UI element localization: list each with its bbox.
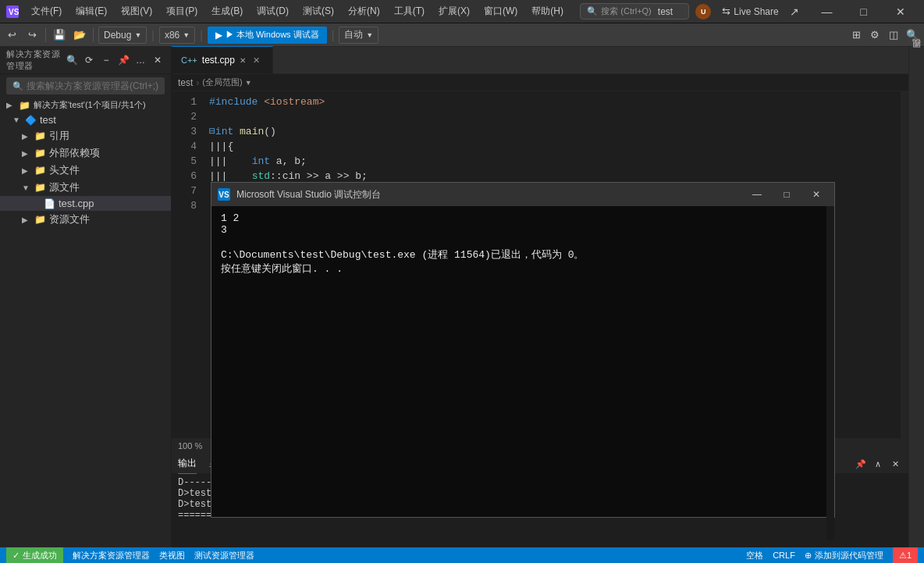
folder-icon: 📁	[34, 130, 46, 141]
project-icon: 🔷	[25, 115, 37, 126]
live-share-button[interactable]: ⇆ Live Share	[717, 4, 783, 19]
solution-explorer: 解决方案资源管理器 🔍 ⟳ − 📌 … ✕ 🔍 ▶ 📁 解决方案'test'(1…	[0, 47, 172, 547]
toolbar-icon-1[interactable]: ⊞	[848, 27, 865, 44]
toolbar-undo[interactable]: ↩	[3, 27, 20, 44]
toolbar-icon-2[interactable]: ⚙	[866, 27, 883, 44]
menu-project[interactable]: 项目(P)	[160, 3, 204, 20]
status-solution-explorer[interactable]: 解决方案资源管理器	[73, 550, 150, 561]
breadcrumb-scope-dropdown[interactable]: (全局范围) ▼	[202, 77, 251, 88]
sidebar-collapse-icon[interactable]: −	[99, 53, 113, 67]
toolbar-sep-1	[45, 28, 46, 42]
tab-bar: C++ test.cpp ✕ ✕	[172, 47, 908, 74]
toolbar-right-icons: ⊞ ⚙ ◫ 🔍	[848, 27, 921, 44]
expand-icon: ▶	[22, 132, 31, 141]
debug-maximize-button[interactable]: □	[775, 187, 798, 202]
status-add-source[interactable]: ⊕ 添加到源代码管理	[805, 550, 883, 561]
minimize-button[interactable]: —	[809, 0, 844, 23]
toolbar-icon-4[interactable]: 🔍	[904, 27, 921, 44]
editor-scrollbar[interactable]	[901, 91, 908, 438]
sidebar-search-icon[interactable]: 🔍	[65, 53, 79, 67]
code-line-1: #include <iostream>	[209, 94, 894, 109]
expand-icon: ▶	[22, 166, 31, 175]
toolbar-save[interactable]: 💾	[51, 27, 68, 44]
sidebar-item-headers[interactable]: ▶ 📁 头文件	[0, 162, 171, 179]
sidebar-close-icon[interactable]: ✕	[151, 53, 165, 67]
status-test-explorer[interactable]: 测试资源管理器	[194, 550, 254, 561]
sidebar-item-test[interactable]: ▼ 🔷 test	[0, 112, 171, 127]
window-controls: — □ ✕	[809, 0, 918, 23]
menu-edit[interactable]: 编辑(E)	[69, 3, 113, 20]
sidebar-sync-icon[interactable]: ⟳	[82, 53, 96, 67]
folder-icon: 📁	[34, 165, 46, 176]
expand-icon: ▼	[22, 184, 31, 192]
status-spaces[interactable]: 空格	[746, 550, 763, 561]
line-numbers: 1 2 3 4 5 6 7 8	[172, 91, 203, 438]
platform-dropdown[interactable]: x86 ▼	[159, 27, 195, 44]
sidebar-item-sources[interactable]: ▼ 📁 源文件	[0, 179, 171, 196]
close-button[interactable]: ✕	[883, 0, 918, 23]
error-icon: ⚠	[899, 551, 907, 561]
debug-line-5: 按任意键关闭此窗口. . .	[221, 262, 825, 276]
panel-chevron-up-icon[interactable]: ∧	[871, 457, 885, 471]
code-line-4: |||{	[209, 139, 894, 154]
debug-title-bar: VS Microsoft Visual Studio 调试控制台 — □ ✕	[211, 183, 834, 206]
status-error-count[interactable]: ⚠ 1	[893, 547, 918, 563]
sidebar-title-label: 解决方案资源管理器	[6, 48, 65, 72]
toolbar-extra-icon[interactable]: ↗	[790, 5, 799, 18]
chevron-down-icon: ▼	[134, 31, 141, 39]
toolbar-open[interactable]: 📂	[71, 27, 88, 44]
auto-dropdown[interactable]: 自动 ▼	[339, 27, 378, 44]
sidebar-more-icon[interactable]: …	[133, 53, 147, 67]
toolbar-icon-3[interactable]: ◫	[885, 27, 902, 44]
chevron-down-icon: ▼	[183, 31, 190, 39]
tab-close-button[interactable]: ✕	[251, 54, 263, 66]
sidebar-search-input[interactable]	[27, 80, 158, 91]
sidebar-item-references[interactable]: ▶ 📁 引用	[0, 127, 171, 144]
menu-test[interactable]: 测试(S)	[297, 3, 340, 20]
toolbar: ↩ ↪ 💾 📂 Debug ▼ | x86 ▼ | ▶ ▶ 本地 Windows…	[0, 23, 924, 47]
tab-modified-icon: ✕	[240, 56, 246, 65]
cpp-file-icon: 📄	[44, 198, 55, 209]
sidebar-item-external-deps[interactable]: ▶ 📁 外部依赖项	[0, 144, 171, 162]
title-search-box[interactable]: 🔍 搜索 (Ctrl+Q) test	[580, 3, 689, 20]
menu-debug[interactable]: 调试(D)	[251, 3, 295, 20]
sidebar-item-testcpp[interactable]: 📄 test.cpp	[0, 196, 171, 211]
menu-build[interactable]: 生成(B)	[205, 3, 249, 20]
status-bar: ✓ 生成成功 解决方案资源管理器 类视图 测试资源管理器 空格 CRLF ⊕ 添…	[0, 547, 924, 563]
search-icon: 🔍	[587, 6, 598, 16]
menu-tools[interactable]: 工具(T)	[388, 3, 431, 20]
sidebar-search-box[interactable]: 🔍	[6, 77, 165, 94]
panel-tab-output[interactable]: 输出	[178, 454, 197, 474]
menu-extensions[interactable]: 扩展(X)	[432, 3, 476, 20]
sidebar-item-solution[interactable]: ▶ 📁 解决方案'test'(1个项目/共1个)	[0, 98, 171, 112]
panel-close-icon[interactable]: ✕	[888, 457, 902, 471]
panel-pin-icon[interactable]: 📌	[854, 457, 868, 471]
status-class-view[interactable]: 类视图	[159, 550, 185, 561]
expand-icon: ▶	[6, 101, 16, 109]
menu-analyze[interactable]: 分析(N)	[342, 3, 386, 20]
debug-scrollbar[interactable]	[826, 206, 834, 517]
chevron-down-icon: ▼	[366, 31, 373, 39]
menu-view[interactable]: 视图(V)	[115, 3, 158, 20]
debug-config-dropdown[interactable]: Debug ▼	[98, 27, 147, 44]
debug-close-button[interactable]: ✕	[805, 187, 828, 202]
status-right: 空格 CRLF ⊕ 添加到源代码管理 ⚠ 1	[746, 547, 918, 563]
search-text: 搜索 (Ctrl+Q)	[601, 5, 651, 17]
panel-icons: 📌 ∧ ✕	[854, 457, 902, 471]
tab-testcpp[interactable]: C++ test.cpp ✕ ✕	[172, 46, 273, 73]
sidebar-item-resources[interactable]: ▶ 📁 资源文件	[0, 211, 171, 228]
sidebar-pin-icon[interactable]: 📌	[116, 53, 130, 67]
status-crlf[interactable]: CRLF	[773, 551, 795, 560]
menu-help[interactable]: 帮助(H)	[525, 3, 570, 20]
menu-window[interactable]: 窗口(W)	[478, 3, 524, 20]
menu-file[interactable]: 文件(F)	[25, 3, 68, 20]
debug-title-text: Microsoft Visual Studio 调试控制台	[236, 188, 739, 201]
sidebar-header: 解决方案资源管理器 🔍 ⟳ − 📌 … ✕	[0, 47, 171, 74]
maximize-button[interactable]: □	[846, 0, 881, 23]
svg-text:VS: VS	[9, 8, 19, 16]
start-debug-button[interactable]: ▶ ▶ 本地 Windows 调试器	[208, 27, 327, 44]
folder-icon: 📁	[34, 182, 46, 193]
right-tab-view[interactable]: 视图	[909, 50, 924, 59]
toolbar-redo[interactable]: ↪	[23, 27, 41, 44]
debug-minimize-button[interactable]: —	[745, 187, 769, 202]
